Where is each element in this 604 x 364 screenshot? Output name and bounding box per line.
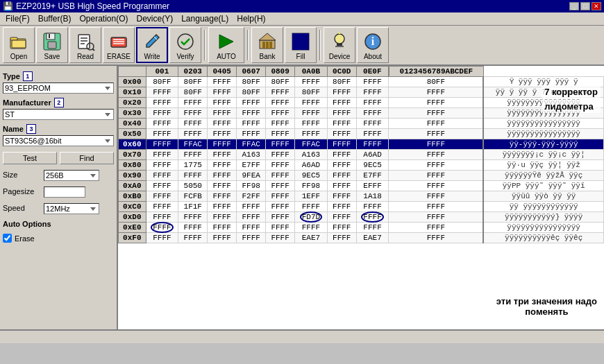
hex-cell[interactable]: FFFF [266,181,295,191]
hex-cell[interactable]: FFFF [266,191,295,202]
hex-cell[interactable]: FFFF [356,129,389,139]
bank-button[interactable]: Bank [251,27,283,63]
hex-cell[interactable]: 80FF [266,77,295,87]
erase-button[interactable]: ERASE [103,27,135,63]
hex-cell[interactable]: A163 [237,150,266,160]
hex-cell[interactable]: 80FF [327,77,356,87]
hex-cell[interactable]: FFFF [178,150,208,160]
hex-cell[interactable]: FFFF [356,108,389,119]
hex-cell[interactable]: FFFF [146,223,178,233]
hex-cell[interactable]: EAE7 [356,233,389,243]
hex-cell[interactable]: FCFB [178,191,208,202]
hex-cell[interactable]: FFFF [389,171,483,181]
hex-cell[interactable]: 9FEA [237,171,266,181]
hex-cell[interactable]: FFFF [389,233,483,243]
hex-cell[interactable]: EAE7 [295,233,328,243]
hex-cell[interactable]: 9EC5 [295,171,328,181]
hex-cell[interactable]: FFFF [208,223,237,233]
hex-cell[interactable]: FFFF [237,202,266,212]
hex-cell[interactable]: FFFF [327,171,356,181]
hex-cell[interactable]: FFFF [208,98,237,108]
hex-cell[interactable]: FFAC [237,139,266,150]
hex-cell[interactable]: FFFF [295,119,328,129]
hex-cell[interactable]: FFFF [327,98,356,108]
hex-cell[interactable]: FFFF [356,139,389,150]
hex-cell[interactable]: FFFF [389,191,483,202]
hex-cell[interactable]: FFFF [327,119,356,129]
erase-checkbox[interactable] [3,234,12,243]
hex-cell[interactable]: FFFF [208,202,237,212]
hex-cell[interactable]: FFAC [295,139,328,150]
hex-cell[interactable]: 80FF [237,77,266,87]
hex-cell[interactable]: FFFF [208,150,237,160]
hex-cell[interactable]: FFFF [266,233,295,243]
hex-cell[interactable]: FFFF [327,139,356,150]
hex-cell[interactable]: FFFF [178,108,208,119]
hex-cell[interactable]: FFFF [389,87,483,98]
hex-cell[interactable]: FFFF [327,212,356,223]
hex-cell[interactable]: FFFF [327,160,356,171]
hex-cell[interactable]: FFFF [146,202,178,212]
hex-cell[interactable]: FFFF [146,212,178,223]
hex-cell[interactable]: FFFF [327,223,356,233]
hex-cell[interactable]: FFFF [178,98,208,108]
name-select[interactable]: ST93C56@16bit [3,135,114,146]
hex-cell[interactable]: FFFF [208,129,237,139]
minimize-button[interactable]: _ [569,2,579,10]
hex-cell[interactable]: FFFF [208,171,237,181]
hex-cell[interactable]: FFAC [178,139,208,150]
hex-cell[interactable]: FFFF [295,108,328,119]
hex-cell[interactable]: FFFF [178,212,208,223]
hex-cell[interactable]: FFFF [295,223,328,233]
verify-button[interactable]: Verify [169,27,201,63]
auto-button[interactable]: AUTO [208,27,244,63]
hex-cell[interactable]: 1775 [178,160,208,171]
hex-cell[interactable]: FFFF [356,119,389,129]
close-button[interactable]: ✕ [592,2,601,10]
hex-cell[interactable]: FFFF [327,181,356,191]
manufacturer-select[interactable]: ST [3,109,114,120]
hex-cell[interactable]: FFFF [266,119,295,129]
hex-cell[interactable]: FFFF [327,87,356,98]
hex-cell[interactable]: E7FF [356,171,389,181]
hex-cell[interactable]: 1A18 [356,191,389,202]
hex-cell[interactable]: 80FF [178,77,208,87]
hex-cell[interactable]: FFFF [356,223,389,233]
hex-cell[interactable]: FFFF [237,119,266,129]
hex-cell[interactable]: FFFF [389,202,483,212]
hex-cell[interactable]: A6AD [295,160,328,171]
hex-cell[interactable]: FFFF [295,77,328,87]
hex-cell[interactable]: FFFF [146,150,178,160]
hex-cell[interactable]: FFFF [356,77,389,87]
hex-cell[interactable]: FFFF [178,233,208,243]
hex-cell[interactable]: FFFF [208,108,237,119]
hex-cell[interactable]: FFFF [208,181,237,191]
hex-cell[interactable]: FFFF [266,223,295,233]
hex-cell[interactable]: FFFF [178,171,208,181]
hex-cell[interactable]: FFFF [266,150,295,160]
hex-cell[interactable]: FFFF [389,160,483,171]
menu-language[interactable]: Language(L) [177,13,233,24]
hex-cell[interactable]: 1F1F [178,202,208,212]
maximize-button[interactable]: □ [580,2,590,10]
hex-cell[interactable]: FFFF [208,77,237,87]
hex-cell[interactable]: FFFF [389,150,483,160]
hex-cell[interactable]: FFFF [266,202,295,212]
hex-cell[interactable]: FD7D [295,212,328,223]
hex-cell[interactable]: A6AD [356,150,389,160]
hex-cell[interactable]: FFFF [178,223,208,233]
hex-cell[interactable]: FFFF [237,129,266,139]
hex-cell[interactable]: FFFF [146,129,178,139]
hex-cell[interactable]: F2FF [237,191,266,202]
hex-cell[interactable]: FF98 [295,181,328,191]
hex-cell[interactable]: FFFF [266,87,295,98]
hex-cell[interactable]: FFFF [266,98,295,108]
find-button[interactable]: Find [60,152,114,164]
hex-cell[interactable]: FFFF [178,119,208,129]
menu-device[interactable]: Device(Y) [133,13,178,24]
hex-cell[interactable]: FFFF [208,233,237,243]
write-button[interactable]: Write [136,27,168,63]
hex-cell[interactable]: A163 [295,150,328,160]
hex-cell[interactable]: 80FF [178,87,208,98]
menu-help[interactable]: Help(H) [233,13,269,24]
